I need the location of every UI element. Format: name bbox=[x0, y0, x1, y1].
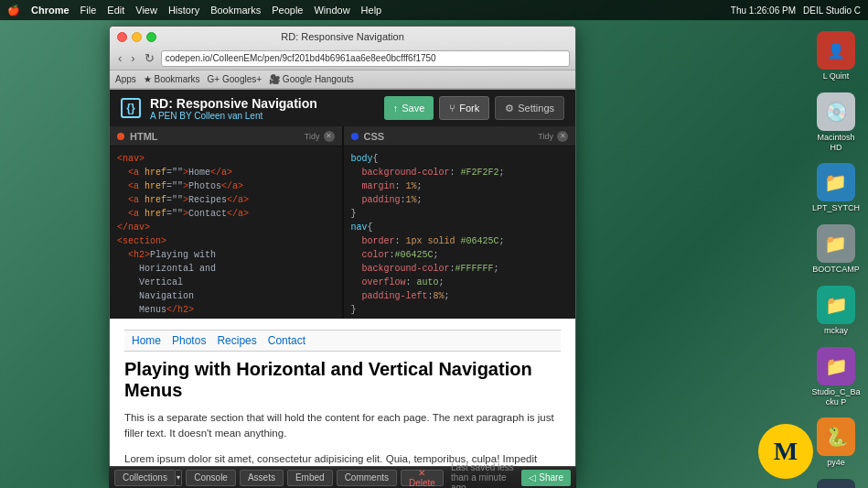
preview-content: Home Photos Recipes Contact Playing with… bbox=[110, 319, 575, 482]
desktop-icon-py4e[interactable]: 🐍 py4e bbox=[813, 414, 859, 472]
desktop-icon-studio[interactable]: 📁 Studio_C_Backu P bbox=[808, 343, 864, 411]
bookmark-apps[interactable]: Apps bbox=[115, 74, 136, 84]
address-text: codepen.io/ColleenEMc/pen/9cf201bd4b6961… bbox=[166, 53, 436, 63]
comments-button[interactable]: Comments bbox=[337, 470, 397, 486]
nav-recipes[interactable]: Recipes bbox=[217, 334, 256, 347]
save-icon: ↑ bbox=[393, 103, 399, 114]
desktop-icon-lquint[interactable]: 👤 L Quint bbox=[813, 27, 859, 85]
css-dot bbox=[351, 133, 359, 140]
css-close-button[interactable]: ✕ bbox=[557, 131, 568, 142]
michigan-logo: M bbox=[758, 424, 813, 479]
menubar-window[interactable]: Window bbox=[314, 5, 349, 16]
desktop-icon-bootcamp[interactable]: 📁 BOOTCAMP bbox=[809, 221, 863, 278]
browser-window: RD: Responsive Navigation ‹ › ↻ codepen.… bbox=[109, 26, 576, 482]
console-button[interactable]: Console bbox=[186, 470, 236, 486]
desktop-icon-lpt[interactable]: 📁 LPT_SYTCH bbox=[809, 159, 863, 217]
nav-contact[interactable]: Contact bbox=[268, 334, 305, 347]
html-editor-panel: HTML Tidy ✕ <nav> <a href="">Home</a> <a… bbox=[110, 126, 344, 319]
back-button[interactable]: ‹ bbox=[115, 51, 124, 65]
menubar-history[interactable]: History bbox=[168, 5, 199, 16]
collections-button[interactable]: Collections bbox=[114, 470, 176, 486]
desktop-icon-macintosh[interactable]: 💿 Macintosh HD bbox=[808, 89, 864, 157]
share-icon: ◁ bbox=[529, 472, 536, 483]
bottom-bar: Collections ▾ Console Assets Embed Comme… bbox=[109, 466, 576, 488]
html-editor-content[interactable]: <nav> <a href="">Home</a> <a href="">Pho… bbox=[110, 146, 342, 319]
reload-button[interactable]: ↻ bbox=[142, 51, 157, 65]
share-button[interactable]: ◁ Share bbox=[521, 470, 571, 486]
browser-titlebar: RD: Responsive Navigation bbox=[110, 27, 575, 47]
fork-button[interactable]: ⑂ Fork bbox=[439, 96, 489, 120]
html-tidy-button[interactable]: Tidy bbox=[305, 132, 320, 141]
css-tidy-button[interactable]: Tidy bbox=[538, 132, 553, 141]
collections-dropdown[interactable]: ▾ bbox=[176, 470, 182, 486]
delete-button[interactable]: ✕ Delete bbox=[401, 470, 444, 486]
menubar-help[interactable]: Help bbox=[361, 5, 382, 16]
html-dot bbox=[117, 133, 124, 140]
preview-heading: Playing with Horizontal and Vertical Nav… bbox=[124, 359, 561, 401]
assets-button[interactable]: Assets bbox=[240, 470, 284, 486]
close-button[interactable] bbox=[117, 32, 127, 42]
editor-area: HTML Tidy ✕ <nav> <a href="">Home</a> <a… bbox=[110, 126, 575, 319]
pen-title: RD: Responsive Navigation bbox=[150, 96, 317, 111]
desktop-icons: 👤 L Quint 💿 Macintosh HD 📁 LPT_SYTCH 📁 B… bbox=[808, 27, 864, 488]
bookmark-googleplus[interactable]: G+ Googles+ bbox=[208, 74, 262, 84]
html-editor-header: HTML Tidy ✕ bbox=[110, 126, 342, 146]
browser-navbar: ‹ › ↻ codepen.io/ColleenEMc/pen/9cf201bd… bbox=[110, 47, 575, 70]
menubar-bookmarks[interactable]: Bookmarks bbox=[210, 5, 261, 16]
minimize-button[interactable] bbox=[132, 32, 142, 42]
codepen-logo: {} bbox=[121, 98, 141, 118]
bookmark-hangouts[interactable]: 🎥 Google Hangouts bbox=[269, 74, 354, 84]
address-bar[interactable]: codepen.io/ColleenEMc/pen/9cf201bd4b6961… bbox=[161, 50, 570, 67]
embed-button[interactable]: Embed bbox=[287, 470, 333, 486]
menubar: 🍎 Chrome File Edit View History Bookmark… bbox=[0, 0, 868, 20]
forward-button[interactable]: › bbox=[128, 51, 137, 65]
menubar-view[interactable]: View bbox=[135, 5, 157, 16]
nav-home[interactable]: Home bbox=[132, 334, 161, 347]
css-editor-panel: CSS Tidy ✕ body{ background-color: #F2F2… bbox=[344, 126, 576, 319]
apple-menu[interactable]: 🍎 bbox=[7, 5, 20, 16]
nav-photos[interactable]: Photos bbox=[172, 334, 206, 347]
browser-tab-title: RD: Responsive Navigation bbox=[281, 31, 404, 42]
html-close-button[interactable]: ✕ bbox=[324, 131, 335, 142]
codepen-icon: {} bbox=[121, 98, 141, 118]
preview-area: Home Photos Recipes Contact Playing with… bbox=[110, 319, 575, 482]
css-editor-content[interactable]: body{ background-color: #F2F2F2; margin:… bbox=[344, 146, 576, 319]
bookmark-bookmarks[interactable]: ★ Bookmarks bbox=[144, 74, 200, 84]
menubar-file[interactable]: File bbox=[80, 5, 97, 16]
settings-button[interactable]: ⚙ Settings bbox=[495, 96, 564, 120]
save-button[interactable]: ↑ Save bbox=[384, 96, 434, 120]
settings-icon: ⚙ bbox=[505, 103, 514, 114]
app-name[interactable]: Chrome bbox=[31, 5, 70, 16]
preview-nav: Home Photos Recipes Contact bbox=[124, 330, 561, 352]
codepen-header: {} RD: Responsive Navigation A PEN BY Co… bbox=[110, 90, 575, 126]
css-lang-label: CSS bbox=[364, 131, 533, 142]
menubar-edit[interactable]: Edit bbox=[107, 5, 124, 16]
css-editor-header: CSS Tidy ✕ bbox=[344, 126, 576, 146]
desktop-icon-mckay[interactable]: 📁 mckay bbox=[813, 282, 859, 340]
fork-icon: ⑂ bbox=[449, 103, 455, 114]
pen-author: A PEN BY Colleen van Lent bbox=[150, 111, 317, 121]
desktop-icon-deil[interactable]: 📁 DEIL_Share bbox=[809, 475, 862, 488]
menubar-time: Thu 1:26:06 PM bbox=[731, 5, 796, 16]
save-status: Last saved less than a minute ago bbox=[451, 462, 518, 488]
preview-para1: This is a separate section that will hol… bbox=[124, 410, 561, 442]
html-lang-label: HTML bbox=[130, 131, 299, 142]
header-actions: ↑ Save ⑂ Fork ⚙ Settings bbox=[384, 96, 564, 120]
bookmarks-bar: Apps ★ Bookmarks G+ Googles+ 🎥 Google Ha… bbox=[110, 70, 575, 89]
maximize-button[interactable] bbox=[146, 32, 156, 42]
menubar-label: DEIL Studio C bbox=[803, 5, 861, 16]
menubar-people[interactable]: People bbox=[272, 5, 303, 16]
